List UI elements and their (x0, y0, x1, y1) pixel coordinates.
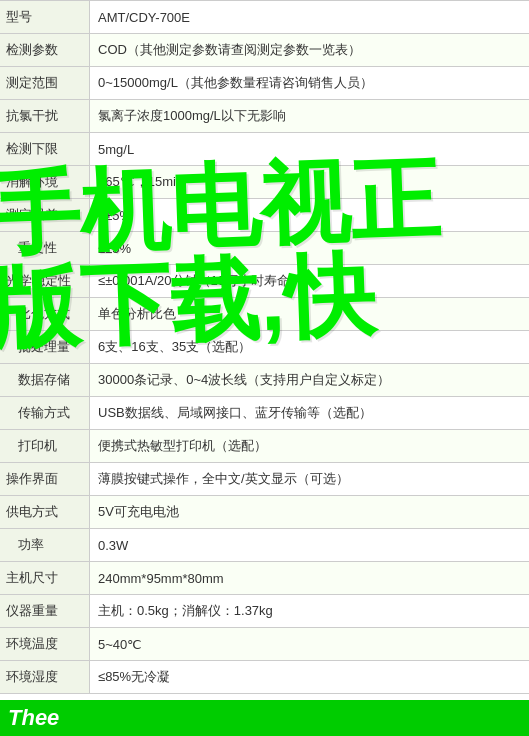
cell-label: 仪器重量 (0, 595, 90, 627)
table-row: 批处理量6支、16支、35支（选配） (0, 331, 529, 364)
cell-label: 比色方式 (0, 298, 90, 330)
cell-value: ≤±5% (90, 232, 529, 264)
cell-label: 打印机 (0, 430, 90, 462)
cell-label: 传输方式 (0, 397, 90, 429)
cell-value: 240mm*95mm*80mm (90, 562, 529, 594)
cell-value: 30000条记录、0~4波长线（支持用户自定义标定） (90, 364, 529, 396)
table-row: 供电方式5V可充电电池 (0, 496, 529, 529)
cell-value: 5~40℃ (90, 628, 529, 660)
cell-label: 环境温度 (0, 628, 90, 660)
cell-label: 主机尺寸 (0, 562, 90, 594)
cell-label: 抗氯干扰 (0, 100, 90, 132)
cell-value: 5V可充电电池 (90, 496, 529, 528)
cell-label: 检测参数 (0, 34, 90, 66)
cell-label: 检测下限 (0, 133, 90, 165)
table-row: 主机尺寸240mm*95mm*80mm (0, 562, 529, 595)
table-row: 数据存储30000条记录、0~4波长线（支持用户自定义标定） (0, 364, 529, 397)
table-row: 检测参数COD（其他测定参数请查阅测定参数一览表） (0, 34, 529, 67)
cell-label: 批处理量 (0, 331, 90, 363)
cell-label: 重复性 (0, 232, 90, 264)
cell-label: 操作界面 (0, 463, 90, 495)
table-row: 抗氯干扰氯离子浓度1000mg/L以下无影响 (0, 100, 529, 133)
cell-label: 环境湿度 (0, 661, 90, 693)
cell-value: ≤±5% (90, 199, 529, 231)
table-row: 仪器重量主机：0.5kg；消解仪：1.37kg (0, 595, 529, 628)
table-row: 环境湿度≤85%无冷凝 (0, 661, 529, 694)
cell-label: 消解环境 (0, 166, 90, 198)
spec-table: 型号AMT/CDY-700E检测参数COD（其他测定参数请查阅测定参数一览表）测… (0, 0, 529, 694)
cell-label: 数据存储 (0, 364, 90, 396)
cell-value: AMT/CDY-700E (90, 1, 529, 33)
table-row: 型号AMT/CDY-700E (0, 0, 529, 34)
cell-value: 薄膜按键式操作，全中文/英文显示（可选） (90, 463, 529, 495)
cell-value: 6支、16支、35支（选配） (90, 331, 529, 363)
cell-label: 测定范围 (0, 67, 90, 99)
cell-value: ≤±0.001A/20分钟（10万小时寿命） (90, 265, 529, 297)
table-row: 消解环境165℃，15min (0, 166, 529, 199)
cell-value: 165℃，15min (90, 166, 529, 198)
cell-value: 5mg/L (90, 133, 529, 165)
bottom-bar-text: Thee (8, 705, 59, 731)
table-row: 传输方式USB数据线、局域网接口、蓝牙传输等（选配） (0, 397, 529, 430)
cell-label: 功率 (0, 529, 90, 561)
cell-label: 测定误差 (0, 199, 90, 231)
cell-value: ≤85%无冷凝 (90, 661, 529, 693)
cell-value: USB数据线、局域网接口、蓝牙传输等（选配） (90, 397, 529, 429)
table-row: 功率0.3W (0, 529, 529, 562)
table-row: 环境温度5~40℃ (0, 628, 529, 661)
table-row: 测定范围0~15000mg/L（其他参数量程请咨询销售人员） (0, 67, 529, 100)
cell-value: 氯离子浓度1000mg/L以下无影响 (90, 100, 529, 132)
bottom-bar: Thee (0, 700, 529, 736)
cell-value: 单色分析比色 (90, 298, 529, 330)
cell-label: 型号 (0, 1, 90, 33)
table-row: 打印机便携式热敏型打印机（选配） (0, 430, 529, 463)
cell-label: 供电方式 (0, 496, 90, 528)
cell-value: 便携式热敏型打印机（选配） (90, 430, 529, 462)
table-row: 光学稳定性≤±0.001A/20分钟（10万小时寿命） (0, 265, 529, 298)
cell-value: 主机：0.5kg；消解仪：1.37kg (90, 595, 529, 627)
cell-value: COD（其他测定参数请查阅测定参数一览表） (90, 34, 529, 66)
cell-value: 0~15000mg/L（其他参数量程请咨询销售人员） (90, 67, 529, 99)
table-row: 测定误差≤±5% (0, 199, 529, 232)
table-row: 重复性≤±5% (0, 232, 529, 265)
cell-label: 光学稳定性 (0, 265, 90, 297)
table-row: 检测下限5mg/L (0, 133, 529, 166)
table-row: 比色方式单色分析比色 (0, 298, 529, 331)
cell-value: 0.3W (90, 529, 529, 561)
table-row: 操作界面薄膜按键式操作，全中文/英文显示（可选） (0, 463, 529, 496)
